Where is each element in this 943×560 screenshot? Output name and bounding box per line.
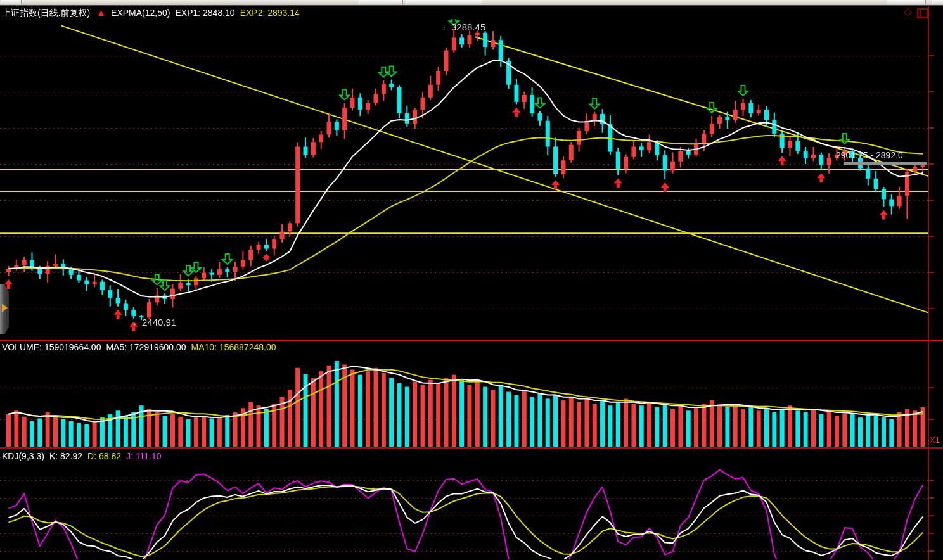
volume-scale-label: X1 xyxy=(930,435,940,445)
toolbar-button[interactable] xyxy=(359,0,403,4)
kdj-formula[interactable]: KDJ(9,3,3) xyxy=(2,451,44,461)
toolbar-button[interactable] xyxy=(932,0,943,4)
main-chart-header: 上证指数(日线.前复权)▲EXPMA(12,50)EXP1: 2848.10EX… xyxy=(2,7,305,19)
expand-right-icon xyxy=(2,303,8,312)
kdj-d-value: D: 68.82 xyxy=(87,451,121,461)
low-price-label: ←2440.91 xyxy=(132,317,176,328)
volume-value: VOLUME: 159019664.00 xyxy=(2,342,101,352)
toolbar-strip xyxy=(0,0,943,6)
up-arrow-icon: ▲ xyxy=(96,7,106,18)
symbol-title: 上证指数(日线.前复权) xyxy=(2,8,90,18)
arrow-left-icon: ← xyxy=(132,317,141,328)
toolbar-button[interactable] xyxy=(406,0,482,4)
toolbar-button[interactable] xyxy=(1,0,22,4)
exp2-value: EXP2: 2893.14 xyxy=(240,8,300,18)
current-range-label: 2901.75 - 2892.0 xyxy=(836,150,928,160)
peak-price-label: ←3288.45 xyxy=(441,22,485,32)
trading-terminal-window: 上证指数(日线.前复权)▲EXPMA(12,50)EXP1: 2848.10EX… xyxy=(0,0,943,560)
kdj-j-value: J: 111.10 xyxy=(126,451,162,461)
volume-ma5-value: MA5: 172919600.00 xyxy=(106,342,186,352)
arrow-left-icon: ← xyxy=(441,22,451,32)
sidebar-drawer-handle[interactable] xyxy=(0,284,9,334)
chart-canvas[interactable] xyxy=(0,0,943,560)
volume-header: VOLUME: 159019664.00MA5: 172919600.00MA1… xyxy=(2,342,281,352)
indicator-name[interactable]: EXPMA(12,50) xyxy=(111,8,170,18)
diamond-icon[interactable]: ◇ xyxy=(904,6,912,17)
toolbar-button[interactable] xyxy=(887,0,926,4)
volume-ma10-value: MA10: 156887248.00 xyxy=(191,342,276,352)
window-restore-icon[interactable] xyxy=(917,8,928,18)
kdj-k-value: K: 82.92 xyxy=(49,451,82,461)
kdj-header: KDJ(9,3,3)K: 82.92D: 68.82J: 111.10 xyxy=(2,451,167,461)
exp1-value: EXP1: 2848.10 xyxy=(175,8,234,18)
